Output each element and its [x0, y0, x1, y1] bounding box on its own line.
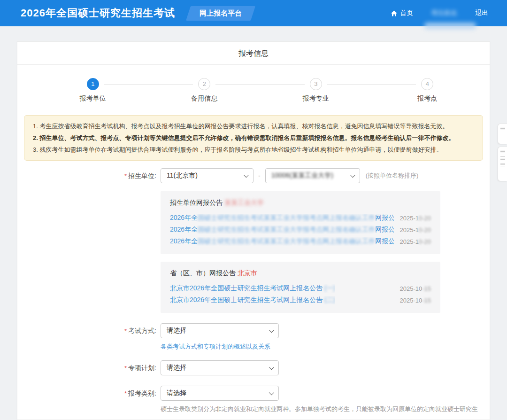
unit-announcement-row: 2026年全国硕士研究生招生考试某某工业大学报考点网上报名确认工作网报公告… 2… [170, 237, 431, 246]
exam-method-select[interactable]: 请选择 [161, 323, 279, 338]
unit-announcement-panel: 招生单位网报公告 某某工业大学 2026年全国硕士研究生招生考试某某工业大学报考… [161, 191, 440, 254]
notice-line-2: 2. 招生单位、考试方式、报考点、专项计划等关键信息提交后不允许修改，确有错误需… [33, 132, 474, 144]
exam-method-control: 请选择 各类考试方式和专项计划的概述以及关系 [161, 323, 279, 351]
exam-method-label: *考试方式: [17, 323, 156, 339]
chevron-down-icon [244, 172, 249, 178]
link-suffix-redacted: (二) [324, 296, 335, 303]
province-region: 北京市 [238, 269, 257, 277]
link-suffix: 网报公告… [375, 214, 394, 221]
step-3-major: 3 报考专业 [260, 78, 372, 103]
home-icon [391, 10, 398, 17]
step-2-number: 2 [198, 78, 210, 90]
step-1-application-unit: 1 报考单位 [37, 78, 149, 103]
page-title: 报考信息 [17, 42, 490, 65]
date-redacted: -15 [422, 285, 431, 292]
category-label: *报考类别: [17, 386, 156, 401]
required-mark: * [124, 390, 127, 397]
widget-glyph [500, 127, 505, 131]
step-1-number: 1 [87, 78, 99, 90]
step-4-exam-site: 4 报考点 [372, 78, 484, 103]
unit-announcement-link-2[interactable]: 2026年全国硕士研究生招生考试某某工业大学报考点网上报名确认工作网报公告… [170, 226, 394, 234]
header-nav: 首页 考生姓名 退出 [391, 9, 488, 17]
chevron-down-icon [269, 327, 274, 333]
special-plan-select[interactable]: 请选择 [161, 360, 279, 375]
notice-line-1: 1. 考生应按省级教育招生考试机构、报考点以及报考招生单位的网报公告要求进行报名… [33, 120, 474, 132]
unit-sort-hint: (按照单位名称排序) [366, 168, 419, 183]
step-3-label: 报考专业 [260, 94, 372, 103]
announcement-date-2: 2025-10-20 [394, 226, 431, 233]
link-suffix-redacted: (一) [324, 284, 335, 292]
step-2-label: 备用信息 [149, 94, 261, 103]
required-mark: * [124, 327, 127, 334]
link-suffix: 网报公告… [375, 237, 394, 245]
main-card: 报考信息 1 报考单位 2 备用信息 3 报考专业 4 报考点 1. 考生应按省… [17, 41, 490, 420]
step-indicator: 1 报考单位 2 备用信息 3 报考专业 4 报考点 [37, 78, 483, 103]
chevron-down-icon [269, 365, 274, 370]
link-prefix: 2026年全 [170, 214, 198, 221]
category-select-value: 请选择 [167, 389, 186, 397]
step-1-label: 报考单位 [37, 94, 149, 103]
platform-badge: 网上报名平台 [186, 6, 255, 21]
link-redacted: 国硕士研究生招生考试某某工业大学报考点网上报名确认工作 [198, 226, 375, 233]
special-plan-label: *专项计划: [17, 360, 156, 376]
unit-announcement-row: 2026年全国硕士研究生招生考试某某工业大学报考点网上报名确认工作网报公告… 2… [170, 214, 431, 222]
province-announcement-panel: 省（区、市）网报公告 北京市 北京市2026年全国硕士研究生招生考试网上报名公告… [161, 262, 440, 313]
date-prefix: 2025-10 [399, 285, 422, 292]
unit-name-redacted: 某某工业大学 [224, 199, 264, 206]
unit-announcement-link-1[interactable]: 2026年全国硕士研究生招生考试某某工业大学报考点网上报名确认工作网报公告… [170, 214, 394, 222]
form-row-unit: *招生单位: 11(北京市) - 10006(某某工业大学) (按照单位名称排序… [17, 168, 490, 184]
step-2-backup-info: 2 备用信息 [149, 78, 261, 103]
floating-side-widget-top[interactable] [498, 124, 507, 144]
link-redacted: 国硕士研究生招生考试某某工业大学报考点网上报名确认工作 [198, 214, 375, 221]
province-select-value: 11(北京市) [167, 171, 198, 180]
unit-panel-title: 招生单位网报公告 某某工业大学 [170, 199, 431, 207]
province-announcement-row: 北京市2026年全国硕士研究生招生考试网上报名公告 (二) 2025-10-15 [170, 296, 431, 304]
floating-side-widget-bottom[interactable] [498, 147, 507, 181]
dash-separator: - [258, 168, 261, 183]
unit-label: *招生单位: [17, 168, 156, 184]
province-panel-title-text: 省（区、市）网报公告 [170, 269, 236, 277]
date-prefix: 2025-1 [399, 238, 418, 245]
form-row-category: *报考类别: 请选择 硕士生录取类别分为非定向就业和定向就业两种。参加单独考试的… [17, 386, 490, 413]
unit-panel-title-text: 招生单位网报公告 [170, 199, 223, 206]
province-announcement-link-2[interactable]: 北京市2026年全国硕士研究生招生考试网上报名公告 (二) [170, 296, 335, 304]
unit-announcement-link-3[interactable]: 2026年全国硕士研究生招生考试某某工业大学报考点网上报名确认工作网报公告… [170, 237, 394, 246]
date-prefix: 2025-1 [399, 215, 418, 222]
announcement-date-3: 2025-10-20 [394, 238, 431, 245]
step-4-label: 报考点 [372, 94, 484, 103]
date-redacted: 0-20 [419, 238, 431, 245]
date-redacted: -15 [422, 297, 431, 304]
date-redacted: 0-20 [419, 215, 431, 222]
chevron-down-icon [350, 172, 355, 178]
nav-home-label: 首页 [400, 9, 413, 17]
province-select[interactable]: 11(北京市) [161, 168, 254, 183]
exam-method-label-text: 考试方式: [128, 327, 156, 334]
notice-box: 1. 考生应按省级教育招生考试机构、报考点以及报考招生单位的网报公告要求进行报名… [24, 115, 483, 161]
announcement-date-1: 2025-10-20 [394, 215, 431, 222]
category-control: 请选择 硕士生录取类别分为非定向就业和定向就业两种。参加单独考试的考生，只能被录… [161, 386, 478, 413]
link-text: 北京市2026年全国硕士研究生招生考试网上报名公告 [170, 284, 323, 292]
platform-badge-label: 网上报名平台 [200, 9, 242, 18]
unit-select-value-redacted: 10006(某某工业大学) [271, 171, 333, 180]
notice-line-3: 3. 残疾考生如需组考单位在考试期间提供合理考试便利服务的，应于报名阶段与考点所… [33, 144, 474, 156]
app-title: 2026年全国硕士研究生招生考试 [21, 6, 175, 20]
form-row-exam-method: *考试方式: 请选择 各类考试方式和专项计划的概述以及关系 [17, 323, 490, 351]
province-panel-title: 省（区、市）网报公告 北京市 [170, 269, 431, 278]
province-date-2: 2025-10-15 [394, 297, 431, 304]
date-prefix: 2025-10 [399, 297, 422, 304]
exam-method-info-link[interactable]: 各类考试方式和专项计划的概述以及关系 [161, 342, 270, 351]
unit-select[interactable]: 10006(某某工业大学) [265, 168, 360, 183]
widget-glyph [500, 163, 505, 167]
step-3-number: 3 [310, 78, 322, 90]
province-announcement-link-1[interactable]: 北京市2026年全国硕士研究生招生考试网上报名公告 (一) [170, 284, 335, 293]
category-label-text: 报考类别: [128, 389, 156, 397]
link-prefix: 2026年全 [170, 237, 198, 245]
chevron-down-icon [269, 390, 274, 395]
nav-home-link[interactable]: 首页 [391, 9, 413, 17]
required-mark: * [124, 365, 127, 372]
required-mark: * [124, 172, 127, 179]
form-row-special-plan: *专项计划: 请选择 [17, 360, 490, 376]
widget-glyph [500, 156, 505, 160]
category-select[interactable]: 请选择 [161, 386, 279, 401]
nav-logout-link[interactable]: 退出 [475, 9, 488, 17]
